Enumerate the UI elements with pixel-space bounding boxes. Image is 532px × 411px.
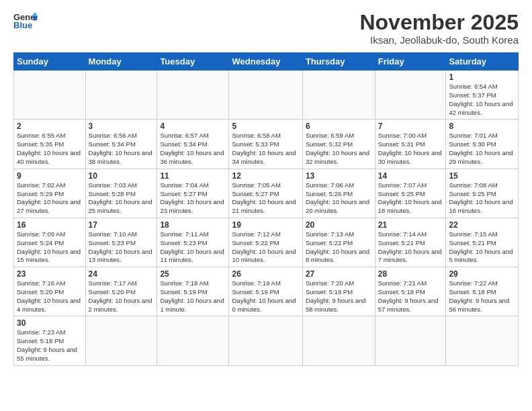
day-info: Sunrise: 7:22 AM Sunset: 5:18 PM Dayligh… — [449, 279, 515, 314]
calendar-cell — [446, 316, 519, 365]
calendar-cell: 5Sunrise: 6:58 AM Sunset: 5:33 PM Daylig… — [229, 120, 302, 169]
calendar-cell: 18Sunrise: 7:11 AM Sunset: 5:23 PM Dayli… — [157, 218, 229, 267]
calendar-cell: 17Sunrise: 7:10 AM Sunset: 5:23 PM Dayli… — [85, 218, 157, 267]
calendar-cell: 29Sunrise: 7:22 AM Sunset: 5:18 PM Dayli… — [446, 267, 519, 316]
weekday-header-thursday: Thursday — [302, 53, 375, 71]
day-info: Sunrise: 7:12 AM Sunset: 5:22 PM Dayligh… — [232, 230, 299, 265]
calendar-cell: 9Sunrise: 7:02 AM Sunset: 5:29 PM Daylig… — [14, 169, 86, 218]
day-number: 1 — [449, 73, 515, 82]
day-info: Sunrise: 7:01 AM Sunset: 5:30 PM Dayligh… — [449, 132, 515, 166]
day-info: Sunrise: 7:08 AM Sunset: 5:25 PM Dayligh… — [449, 181, 515, 216]
day-number: 25 — [160, 269, 226, 279]
day-number: 2 — [17, 122, 83, 131]
day-info: Sunrise: 7:05 AM Sunset: 5:27 PM Dayligh… — [232, 181, 299, 216]
weekday-header-row: SundayMondayTuesdayWednesdayThursdayFrid… — [14, 53, 519, 71]
calendar-cell: 26Sunrise: 7:19 AM Sunset: 5:19 PM Dayli… — [229, 267, 302, 316]
day-info: Sunrise: 7:00 AM Sunset: 5:31 PM Dayligh… — [378, 132, 443, 166]
calendar-cell — [375, 316, 446, 365]
header: General Blue November 2025 Iksan, Jeolla… — [13, 11, 519, 46]
calendar: SundayMondayTuesdayWednesdayThursdayFrid… — [13, 52, 519, 366]
day-number: 3 — [89, 122, 154, 131]
day-info: Sunrise: 7:13 AM Sunset: 5:22 PM Dayligh… — [306, 230, 372, 265]
day-info: Sunrise: 7:14 AM Sunset: 5:21 PM Dayligh… — [378, 230, 443, 265]
calendar-cell: 28Sunrise: 7:21 AM Sunset: 5:18 PM Dayli… — [375, 267, 446, 316]
calendar-cell: 27Sunrise: 7:20 AM Sunset: 5:19 PM Dayli… — [302, 267, 375, 316]
day-number: 15 — [449, 171, 515, 181]
weekday-header-sunday: Sunday — [14, 53, 86, 71]
day-info: Sunrise: 7:16 AM Sunset: 5:20 PM Dayligh… — [17, 279, 83, 314]
weekday-header-tuesday: Tuesday — [157, 53, 229, 71]
calendar-cell: 10Sunrise: 7:03 AM Sunset: 5:28 PM Dayli… — [85, 169, 157, 218]
calendar-cell: 30Sunrise: 7:23 AM Sunset: 5:18 PM Dayli… — [14, 316, 86, 365]
day-number: 16 — [17, 220, 83, 230]
day-info: Sunrise: 6:54 AM Sunset: 5:37 PM Dayligh… — [449, 83, 515, 117]
calendar-cell — [229, 316, 302, 365]
week-row-1: 2Sunrise: 6:55 AM Sunset: 5:35 PM Daylig… — [14, 120, 519, 169]
day-number: 10 — [89, 171, 154, 181]
day-info: Sunrise: 7:02 AM Sunset: 5:29 PM Dayligh… — [17, 181, 83, 216]
day-number: 24 — [89, 269, 154, 279]
calendar-cell — [229, 71, 302, 120]
month-title: November 2025 — [359, 11, 519, 34]
day-number: 19 — [232, 220, 299, 230]
calendar-cell: 8Sunrise: 7:01 AM Sunset: 5:30 PM Daylig… — [446, 120, 519, 169]
day-number: 26 — [232, 269, 299, 279]
day-info: Sunrise: 7:19 AM Sunset: 5:19 PM Dayligh… — [232, 279, 299, 314]
svg-text:Blue: Blue — [13, 20, 32, 30]
calendar-cell: 13Sunrise: 7:06 AM Sunset: 5:26 PM Dayli… — [302, 169, 375, 218]
day-number: 29 — [449, 269, 515, 279]
day-number: 4 — [160, 122, 226, 131]
day-number: 9 — [17, 171, 83, 181]
calendar-cell: 16Sunrise: 7:09 AM Sunset: 5:24 PM Dayli… — [14, 218, 86, 267]
calendar-cell: 3Sunrise: 6:56 AM Sunset: 5:34 PM Daylig… — [85, 120, 157, 169]
day-info: Sunrise: 7:03 AM Sunset: 5:28 PM Dayligh… — [89, 181, 154, 216]
calendar-cell: 14Sunrise: 7:07 AM Sunset: 5:25 PM Dayli… — [375, 169, 446, 218]
day-number: 11 — [160, 171, 226, 181]
day-info: Sunrise: 7:20 AM Sunset: 5:19 PM Dayligh… — [306, 279, 372, 314]
day-number: 12 — [232, 171, 299, 181]
calendar-cell — [85, 71, 157, 120]
day-info: Sunrise: 6:59 AM Sunset: 5:32 PM Dayligh… — [306, 132, 372, 166]
day-info: Sunrise: 7:21 AM Sunset: 5:18 PM Dayligh… — [378, 279, 443, 314]
calendar-cell: 7Sunrise: 7:00 AM Sunset: 5:31 PM Daylig… — [375, 120, 446, 169]
day-info: Sunrise: 6:58 AM Sunset: 5:33 PM Dayligh… — [232, 132, 299, 166]
day-info: Sunrise: 7:10 AM Sunset: 5:23 PM Dayligh… — [89, 230, 154, 265]
calendar-cell: 25Sunrise: 7:18 AM Sunset: 5:19 PM Dayli… — [157, 267, 229, 316]
day-number: 27 — [306, 269, 372, 279]
day-info: Sunrise: 7:11 AM Sunset: 5:23 PM Dayligh… — [160, 230, 226, 265]
week-row-0: 1Sunrise: 6:54 AM Sunset: 5:37 PM Daylig… — [14, 71, 519, 120]
calendar-cell: 23Sunrise: 7:16 AM Sunset: 5:20 PM Dayli… — [14, 267, 86, 316]
day-info: Sunrise: 7:15 AM Sunset: 5:21 PM Dayligh… — [449, 230, 515, 265]
calendar-cell — [157, 71, 229, 120]
day-number: 22 — [449, 220, 515, 230]
day-info: Sunrise: 7:06 AM Sunset: 5:26 PM Dayligh… — [306, 181, 372, 216]
calendar-cell: 4Sunrise: 6:57 AM Sunset: 5:34 PM Daylig… — [157, 120, 229, 169]
week-row-5: 30Sunrise: 7:23 AM Sunset: 5:18 PM Dayli… — [14, 316, 519, 365]
day-number: 18 — [160, 220, 226, 230]
day-number: 30 — [17, 318, 83, 328]
day-info: Sunrise: 7:17 AM Sunset: 5:20 PM Dayligh… — [89, 279, 154, 314]
day-number: 13 — [306, 171, 372, 181]
calendar-cell: 22Sunrise: 7:15 AM Sunset: 5:21 PM Dayli… — [446, 218, 519, 267]
calendar-cell: 12Sunrise: 7:05 AM Sunset: 5:27 PM Dayli… — [229, 169, 302, 218]
day-info: Sunrise: 6:55 AM Sunset: 5:35 PM Dayligh… — [17, 132, 83, 166]
calendar-cell: 24Sunrise: 7:17 AM Sunset: 5:20 PM Dayli… — [85, 267, 157, 316]
week-row-4: 23Sunrise: 7:16 AM Sunset: 5:20 PM Dayli… — [14, 267, 519, 316]
generalblue-logo-icon: General Blue — [13, 11, 38, 31]
calendar-cell: 20Sunrise: 7:13 AM Sunset: 5:22 PM Dayli… — [302, 218, 375, 267]
calendar-cell: 1Sunrise: 6:54 AM Sunset: 5:37 PM Daylig… — [446, 71, 519, 120]
weekday-header-friday: Friday — [375, 53, 446, 71]
day-info: Sunrise: 7:09 AM Sunset: 5:24 PM Dayligh… — [17, 230, 83, 265]
day-number: 21 — [378, 220, 443, 230]
calendar-cell — [14, 71, 86, 120]
calendar-cell: 21Sunrise: 7:14 AM Sunset: 5:21 PM Dayli… — [375, 218, 446, 267]
calendar-cell — [85, 316, 157, 365]
logo: General Blue — [13, 11, 38, 31]
calendar-cell: 19Sunrise: 7:12 AM Sunset: 5:22 PM Dayli… — [229, 218, 302, 267]
calendar-cell — [157, 316, 229, 365]
calendar-cell: 11Sunrise: 7:04 AM Sunset: 5:27 PM Dayli… — [157, 169, 229, 218]
day-number: 28 — [378, 269, 443, 279]
day-info: Sunrise: 7:23 AM Sunset: 5:18 PM Dayligh… — [17, 328, 83, 363]
weekday-header-saturday: Saturday — [446, 53, 519, 71]
day-number: 5 — [232, 122, 299, 131]
